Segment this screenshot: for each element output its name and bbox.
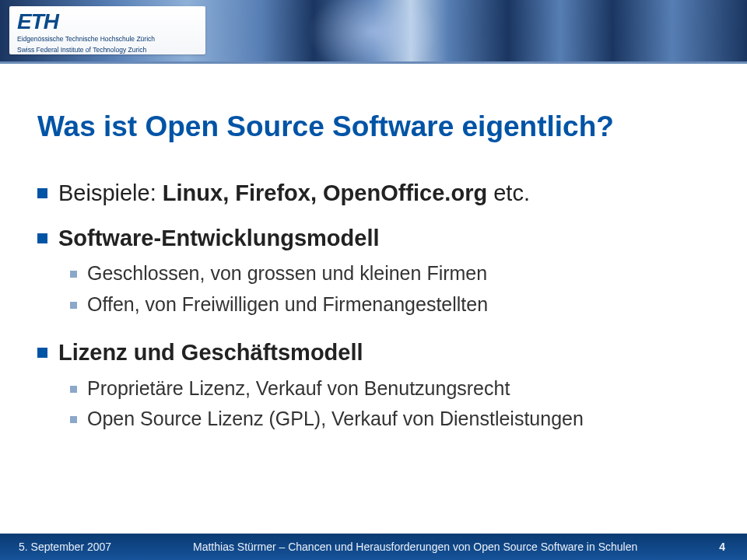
bullet-text: Proprietäre Lizenz, Verkauf von Benutzun…	[87, 376, 510, 402]
square-bullet-icon	[37, 348, 47, 358]
square-bullet-icon	[70, 386, 77, 393]
slide-content: Was ist Open Source Software eigentlich?…	[0, 64, 747, 432]
footer-page-number: 4	[719, 541, 725, 553]
header-divider	[0, 61, 747, 64]
bullet-text: Software-Entwicklungsmodell	[58, 224, 380, 254]
bullet-text-prefix: Beispiele:	[58, 180, 163, 205]
logo-panel: ETH Eidgenössische Technische Hochschule…	[9, 6, 205, 54]
bullet-text: Beispiele: Linux, Firefox, OpenOffice.or…	[58, 179, 530, 208]
bullet-text: Offen, von Freiwilligen und Firmenangest…	[87, 292, 488, 318]
footer-date: 5. September 2007	[19, 541, 111, 553]
slide-title: Was ist Open Source Software eigentlich?	[37, 110, 710, 143]
bullet-level1: Beispiele: Linux, Firefox, OpenOffice.or…	[37, 179, 710, 208]
square-bullet-icon	[70, 271, 77, 278]
slide-header: ETH Eidgenössische Technische Hochschule…	[0, 0, 747, 64]
footer-center-text: Matthias Stürmer – Chancen und Herausfor…	[111, 541, 719, 553]
eth-subtitle-en: Swiss Federal Institute of Technology Zu…	[17, 46, 198, 54]
bullet-text: Open Source Lizenz (GPL), Verkauf von Di…	[87, 406, 584, 432]
bullet-text-strong: Linux, Firefox, OpenOffice.org	[163, 180, 487, 205]
bullet-level2: Offen, von Freiwilligen und Firmenangest…	[70, 292, 710, 318]
bullet-level2: Geschlossen, von grossen und kleinen Fir…	[70, 261, 710, 287]
square-bullet-icon	[37, 188, 47, 198]
bullet-level1: Software-Entwicklungsmodell	[37, 224, 710, 254]
bullet-text-strong: Lizenz und Geschäftsmodell	[58, 340, 363, 365]
bullet-text: Geschlossen, von grossen und kleinen Fir…	[87, 261, 487, 287]
slide-footer: 5. September 2007 Matthias Stürmer – Cha…	[0, 534, 747, 560]
eth-subtitle-de: Eidgenössische Technische Hochschule Zür…	[17, 35, 198, 44]
square-bullet-icon	[37, 233, 47, 243]
bullet-text: Lizenz und Geschäftsmodell	[58, 338, 363, 368]
bullet-level2: Proprietäre Lizenz, Verkauf von Benutzun…	[70, 376, 710, 402]
square-bullet-icon	[70, 416, 77, 423]
bullet-level2: Open Source Lizenz (GPL), Verkauf von Di…	[70, 406, 710, 432]
eth-logo-text: ETH	[17, 11, 198, 33]
bullet-text-strong: Software-Entwicklungsmodell	[58, 226, 380, 250]
bullet-text-suffix: etc.	[487, 180, 530, 205]
bullet-level1: Lizenz und Geschäftsmodell	[37, 338, 710, 368]
square-bullet-icon	[70, 302, 77, 309]
